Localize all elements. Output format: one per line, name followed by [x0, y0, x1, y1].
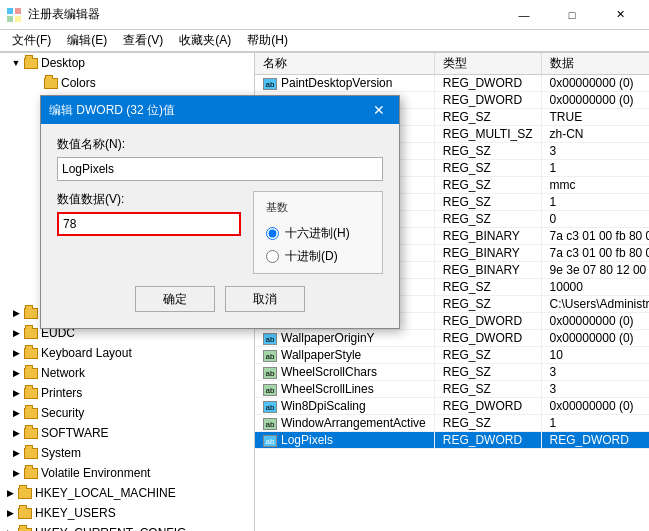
dec-radio[interactable]	[266, 250, 279, 263]
cell-data: 0x00000000 (0)	[541, 92, 649, 109]
dialog-body: 数值名称(N): 数值数据(V): 基数 十六进制(H) 十进制(D)	[41, 124, 399, 328]
close-button[interactable]: ✕	[597, 0, 643, 30]
tree-item-system[interactable]: ▶ System	[0, 443, 254, 463]
cell-type: REG_SZ	[434, 279, 541, 296]
tree-item-volatile[interactable]: ▶ Volatile Environment	[0, 463, 254, 483]
tree-item-printers[interactable]: ▶ Printers	[0, 383, 254, 403]
cell-data: TRUE	[541, 109, 649, 126]
svg-rect-1	[15, 8, 21, 14]
cancel-button[interactable]: 取消	[225, 286, 305, 312]
menu-edit[interactable]: 编辑(E)	[59, 30, 115, 51]
expand-arrow-hklm: ▶	[2, 488, 18, 498]
table-row[interactable]: abWheelScrollCharsREG_SZ3	[255, 364, 649, 381]
cell-type: REG_DWORD	[434, 92, 541, 109]
folder-icon-hku	[18, 508, 32, 519]
cell-type: REG_SZ	[434, 109, 541, 126]
value-input[interactable]	[57, 212, 241, 236]
tree-item-colors[interactable]: Colors	[0, 73, 254, 93]
cell-data: REG_DWORD	[541, 432, 649, 449]
tree-item-desktop[interactable]: ▼ Desktop	[0, 53, 254, 73]
reg-icon: ab	[263, 435, 277, 447]
expand-arrow-net: ▶	[8, 368, 24, 378]
menu-help[interactable]: 帮助(H)	[239, 30, 296, 51]
cell-data: 0x00000000 (0)	[541, 398, 649, 415]
table-row[interactable]: abLogPixelsREG_DWORDREG_DWORD	[255, 432, 649, 449]
cell-data: 1	[541, 160, 649, 177]
name-label: 数值名称(N):	[57, 136, 383, 153]
tree-label-hkcc: HKEY_CURRENT_CONFIG	[35, 526, 186, 531]
tree-label-security: Security	[41, 406, 84, 420]
tree-item-security[interactable]: ▶ Security	[0, 403, 254, 423]
value-section: 数值数据(V): 基数 十六进制(H) 十进制(D)	[57, 191, 383, 274]
table-row[interactable]: abWallpaperStyleREG_SZ10	[255, 347, 649, 364]
expand-arrow-security: ▶	[8, 408, 24, 418]
tree-label-net: Network	[41, 366, 85, 380]
folder-icon-sw	[24, 428, 38, 439]
cell-type: REG_SZ	[434, 347, 541, 364]
edit-dword-dialog[interactable]: 编辑 DWORD (32 位)值 ✕ 数值名称(N): 数值数据(V): 基数 …	[40, 95, 400, 329]
reg-name: LogPixels	[281, 433, 333, 447]
cell-data: 7a c3 01 00 fb 80 0	[541, 228, 649, 245]
cell-type: REG_SZ	[434, 415, 541, 432]
table-row[interactable]: abWindowArrangementActiveREG_SZ1	[255, 415, 649, 432]
dialog-close-button[interactable]: ✕	[367, 98, 391, 122]
folder-icon-net	[24, 368, 38, 379]
folder-icon-hklm	[18, 488, 32, 499]
folder-icon-kb	[24, 348, 38, 359]
expand-arrow-sw: ▶	[8, 428, 24, 438]
expand-arrow-eudc: ▶	[8, 328, 24, 338]
dec-option[interactable]: 十进制(D)	[266, 248, 370, 265]
hex-option[interactable]: 十六进制(H)	[266, 225, 370, 242]
reg-icon: ab	[263, 333, 277, 345]
reg-name: WheelScrollLines	[281, 382, 374, 396]
tree-label-hku: HKEY_USERS	[35, 506, 116, 520]
reg-name: WindowArrangementActive	[281, 416, 426, 430]
table-row[interactable]: abWheelScrollLinesREG_SZ3	[255, 381, 649, 398]
tree-item-keyboard-layout[interactable]: ▶ Keyboard Layout	[0, 343, 254, 363]
reg-icon: ab	[263, 367, 277, 379]
menu-favorites[interactable]: 收藏夹(A)	[171, 30, 239, 51]
title-bar: 注册表编辑器 — □ ✕	[0, 0, 649, 30]
maximize-button[interactable]: □	[549, 0, 595, 30]
cell-data: zh-CN	[541, 126, 649, 143]
menu-view[interactable]: 查看(V)	[115, 30, 171, 51]
reg-name: WallpaperOriginY	[281, 331, 375, 345]
tree-label-colors: Colors	[61, 76, 96, 90]
cell-type: REG_BINARY	[434, 228, 541, 245]
cell-type: REG_SZ	[434, 364, 541, 381]
table-row[interactable]: abWin8DpiScalingREG_DWORD0x00000000 (0)	[255, 398, 649, 415]
tree-item-hklm[interactable]: ▶ HKEY_LOCAL_MACHINE	[0, 483, 254, 503]
cell-type: REG_SZ	[434, 194, 541, 211]
cell-name: abWheelScrollLines	[255, 381, 434, 398]
cell-data: 10000	[541, 279, 649, 296]
value-left: 数值数据(V):	[57, 191, 241, 274]
hex-radio[interactable]	[266, 227, 279, 240]
col-name: 名称	[255, 53, 434, 75]
reg-name: Win8DpiScaling	[281, 399, 366, 413]
name-input[interactable]	[57, 157, 383, 181]
cell-data: 1	[541, 415, 649, 432]
cell-name: abPaintDesktopVersion	[255, 75, 434, 92]
cell-name: abWheelScrollChars	[255, 364, 434, 381]
reg-icon: ab	[263, 418, 277, 430]
minimize-button[interactable]: —	[501, 0, 547, 30]
dialog-title: 编辑 DWORD (32 位)值	[49, 102, 367, 119]
cell-type: REG_SZ	[434, 296, 541, 313]
tree-item-hkcc[interactable]: ▶ HKEY_CURRENT_CONFIG	[0, 523, 254, 531]
table-row[interactable]: abWallpaperOriginYREG_DWORD0x00000000 (0…	[255, 330, 649, 347]
table-row[interactable]: abPaintDesktopVersionREG_DWORD0x00000000…	[255, 75, 649, 92]
cell-data: 3	[541, 143, 649, 160]
ok-button[interactable]: 确定	[135, 286, 215, 312]
menu-file[interactable]: 文件(F)	[4, 30, 59, 51]
dialog-buttons: 确定 取消	[57, 286, 383, 312]
reg-icon: ab	[263, 384, 277, 396]
expand-arrow-vol: ▶	[8, 468, 24, 478]
reg-icon: ab	[263, 401, 277, 413]
base-group: 基数 十六进制(H) 十进制(D)	[253, 191, 383, 274]
tree-item-software[interactable]: ▶ SOFTWARE	[0, 423, 254, 443]
tree-item-hku[interactable]: ▶ HKEY_USERS	[0, 503, 254, 523]
tree-item-network[interactable]: ▶ Network	[0, 363, 254, 383]
col-data: 数据	[541, 53, 649, 75]
reg-icon: ab	[263, 350, 277, 362]
cell-data: 3	[541, 381, 649, 398]
